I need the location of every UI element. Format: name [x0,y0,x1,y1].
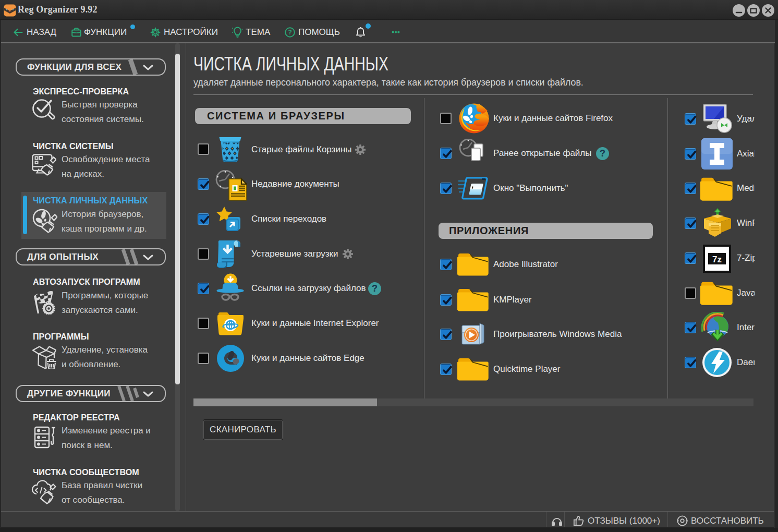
svg-text:?: ? [288,29,291,36]
svg-text:7z: 7z [712,255,722,264]
